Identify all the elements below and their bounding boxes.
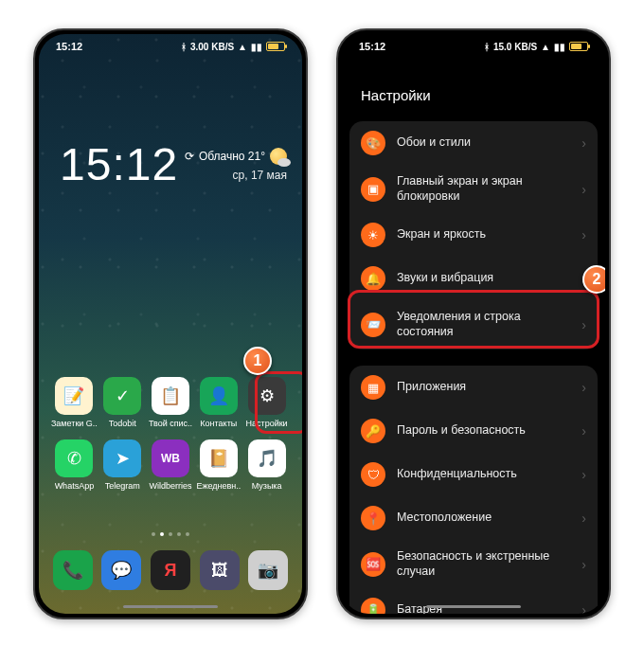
weather-icon xyxy=(270,148,287,165)
app-label: Todobit xyxy=(109,419,136,428)
dock: 📞 💬 Я 🖼 📷 xyxy=(48,544,293,597)
chevron-right-icon: › xyxy=(581,135,586,151)
app-label: Wildberries xyxy=(149,481,191,491)
app-label: Твой спис.. xyxy=(149,419,192,428)
net-speed: 15.0 KB/S xyxy=(493,42,537,52)
settings-item-password[interactable]: 🔑 Пароль и безопасность › xyxy=(349,409,598,453)
status-time: 15:12 xyxy=(56,41,82,52)
list-label: Приложения xyxy=(397,380,570,395)
weather-widget[interactable]: ⟳ Облачно 21° ср, 17 мая xyxy=(185,148,287,182)
app-label: Telegram xyxy=(105,481,140,491)
list-label: Экран и яркость xyxy=(397,227,570,242)
bell-icon: 🔔 xyxy=(361,266,385,291)
settings-item-battery[interactable]: 🔋 Батарея › xyxy=(349,588,598,614)
weather-text: Облачно 21° xyxy=(199,150,265,163)
settings-item-location[interactable]: 📍 Местоположение › xyxy=(349,496,598,540)
homescreen-clock[interactable]: 15:12 xyxy=(60,138,178,190)
homescreen-date: ср, 17 мая xyxy=(185,169,287,182)
battery-icon xyxy=(266,42,285,51)
app-icon: ✆ xyxy=(55,439,93,477)
home-indicator[interactable] xyxy=(123,605,218,608)
dock-phone[interactable]: 📞 xyxy=(53,550,93,590)
app-label: Контакты xyxy=(200,419,237,428)
dock-messages[interactable]: 💬 xyxy=(101,550,141,590)
app-daily[interactable]: 📔Ежедневн.. xyxy=(194,439,242,491)
app-icon: ➤ xyxy=(103,439,141,477)
settings-group-display: 🎨 Обои и стили › ▣ Главный экран и экран… xyxy=(349,121,598,349)
status-icons: ᚼ 15.0 KB/S ▲ ▮▮ xyxy=(484,42,588,52)
settings-item-emergency[interactable]: 🆘 Безопасность и экстренные случаи › xyxy=(349,540,598,588)
app-telegram[interactable]: ➤Telegram xyxy=(98,439,147,491)
chevron-right-icon: › xyxy=(581,227,586,242)
app-icon: 👤 xyxy=(200,377,238,415)
notification-icon: 📨 xyxy=(361,313,385,337)
app-label: Музыка xyxy=(252,481,282,491)
bluetooth-icon: ᚼ xyxy=(484,42,490,52)
chevron-right-icon: › xyxy=(581,380,586,395)
app-todobit[interactable]: ✓Todobit xyxy=(98,377,147,428)
app-whatsapp[interactable]: ✆WhatsApp xyxy=(50,439,98,491)
page-title: Настройки xyxy=(361,87,431,103)
app-icon: 🎵 xyxy=(248,439,286,477)
settings-item-display[interactable]: ☀ Экран и яркость › xyxy=(349,213,598,257)
phone-homescreen: 15:12 ᚼ 3.00 KB/S ▲ ▮▮ 15:12 ⟳ Облачно 2… xyxy=(33,28,308,619)
list-label: Обои и стили xyxy=(397,135,570,151)
wallpaper xyxy=(39,34,302,614)
palette-icon: 🎨 xyxy=(361,131,385,155)
list-label: Главный экран и экран блокировки xyxy=(397,174,570,204)
app-label: WhatsApp xyxy=(55,481,95,491)
app-settings[interactable]: ⚙Настройки xyxy=(242,377,291,428)
chevron-right-icon: › xyxy=(581,602,586,614)
home-indicator[interactable] xyxy=(426,605,521,608)
app-music[interactable]: 🎵Музыка xyxy=(242,439,291,491)
apps-icon: ▦ xyxy=(361,375,385,400)
app-yourlist[interactable]: 📋Твой спис.. xyxy=(147,377,195,428)
status-time: 15:12 xyxy=(359,41,385,52)
callout-marker-1: 1 xyxy=(243,347,272,375)
chevron-right-icon: › xyxy=(581,423,586,439)
callout-marker-2: 2 xyxy=(582,265,605,294)
brightness-icon: ☀ xyxy=(361,223,385,247)
signal-icon: ▮▮ xyxy=(554,42,565,52)
settings-item-wallpaper[interactable]: 🎨 Обои и стили › xyxy=(349,121,598,165)
settings-item-apps[interactable]: ▦ Приложения › xyxy=(349,366,598,409)
settings-group-system: ▦ Приложения › 🔑 Пароль и безопасность ›… xyxy=(349,366,598,614)
app-icon: 📔 xyxy=(200,439,238,477)
chevron-right-icon: › xyxy=(581,557,586,572)
app-icon: 📋 xyxy=(152,377,189,415)
weather-refresh-icon: ⟳ xyxy=(185,150,194,163)
list-label: Безопасность и экстренные случаи xyxy=(397,549,570,579)
status-bar: 15:12 ᚼ 15.0 KB/S ▲ ▮▮ xyxy=(342,34,605,59)
location-icon: 📍 xyxy=(361,506,385,530)
app-label: Настройки xyxy=(246,419,288,428)
list-label: Пароль и безопасность xyxy=(397,423,570,439)
bluetooth-icon: ᚼ xyxy=(181,42,187,52)
chevron-right-icon: › xyxy=(581,182,586,197)
app-icon: 📝 xyxy=(55,377,93,415)
emergency-icon: 🆘 xyxy=(361,552,385,577)
app-grid: 📝Заметки G.. ✓Todobit 📋Твой спис.. 👤Конт… xyxy=(39,377,302,491)
wifi-icon: ▲ xyxy=(541,42,550,52)
battery-icon xyxy=(569,42,588,51)
app-wildberries[interactable]: WBWildberries xyxy=(147,439,195,491)
app-label: Заметки G.. xyxy=(51,419,98,428)
shield-icon: 🛡 xyxy=(361,462,385,487)
app-notes[interactable]: 📝Заметки G.. xyxy=(50,377,98,428)
settings-item-homescreen[interactable]: ▣ Главный экран и экран блокировки › xyxy=(349,165,598,213)
dock-gallery[interactable]: 🖼 xyxy=(200,550,240,590)
signal-icon: ▮▮ xyxy=(251,42,262,52)
settings-item-notifications[interactable]: 📨 Уведомления и строка состояния › xyxy=(349,300,598,349)
status-bar: 15:12 ᚼ 3.00 KB/S ▲ ▮▮ xyxy=(39,34,302,59)
app-contacts[interactable]: 👤Контакты xyxy=(194,377,242,428)
key-icon: 🔑 xyxy=(361,419,385,443)
settings-item-privacy[interactable]: 🛡 Конфиденциальность › xyxy=(349,453,598,496)
app-icon: ✓ xyxy=(103,377,141,415)
wifi-icon: ▲ xyxy=(238,42,247,52)
dock-camera[interactable]: 📷 xyxy=(248,550,288,590)
app-label: Ежедневн.. xyxy=(196,481,241,491)
battery-icon: 🔋 xyxy=(361,598,385,614)
list-label: Уведомления и строка состояния xyxy=(397,310,570,339)
settings-item-sound[interactable]: 🔔 Звуки и вибрация › xyxy=(349,257,598,300)
list-label: Местоположение xyxy=(397,511,570,526)
dock-yandex[interactable]: Я xyxy=(151,550,190,590)
